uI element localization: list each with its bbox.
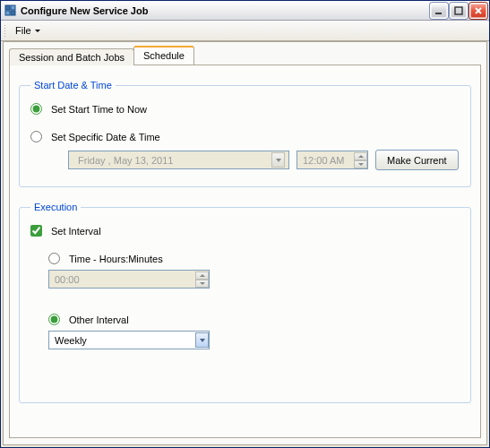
- app-icon: [4, 4, 17, 17]
- row-specific-controls: Friday , May 13, 2011 12:00 AM Make Curr…: [30, 150, 460, 170]
- group-exec-legend: Execution: [30, 202, 81, 212]
- radio-start-now-label: Set Start Time to Now: [51, 104, 147, 115]
- radio-start-specific-label: Set Specific Date & Time: [51, 132, 160, 142]
- date-picker-drop[interactable]: [271, 152, 285, 168]
- tab-schedule-label: Schedule: [143, 50, 185, 61]
- toolbar-grip: [3, 23, 7, 38]
- svg-rect-4: [435, 13, 442, 14]
- window-buttons: [430, 3, 487, 19]
- row-set-interval: Set Interval: [30, 225, 460, 237]
- interval-time-spin[interactable]: [195, 271, 209, 288]
- row-interval-time-input: 00:00: [30, 270, 460, 289]
- svg-rect-2: [5, 11, 10, 15]
- svg-rect-5: [455, 7, 462, 14]
- row-start-specific: Set Specific Date & Time: [30, 131, 460, 142]
- close-button[interactable]: [469, 3, 487, 19]
- interval-other-value: Weekly: [55, 335, 87, 346]
- row-interval-time: Time - Hours:Minutes: [30, 253, 460, 264]
- date-picker[interactable]: Friday , May 13, 2011: [68, 151, 289, 169]
- window-title: Configure New Service Job: [21, 5, 430, 16]
- row-interval-other-combo: Weekly: [30, 331, 460, 349]
- interval-other-drop[interactable]: [195, 332, 209, 348]
- date-picker-value: Friday , May 13, 2011: [73, 155, 271, 166]
- menu-file[interactable]: File: [10, 23, 46, 38]
- radio-interval-other[interactable]: [48, 314, 60, 325]
- svg-rect-3: [11, 11, 15, 15]
- titlebar: Configure New Service Job: [1, 1, 489, 21]
- svg-rect-1: [11, 5, 15, 10]
- tabstrip: Session and Batch Jobs Schedule: [9, 46, 481, 65]
- radio-interval-time-label: Time - Hours:Minutes: [69, 254, 163, 264]
- make-current-button[interactable]: Make Current: [375, 150, 459, 170]
- group-execution: Execution Set Interval Time - Hours:Minu…: [19, 202, 471, 403]
- row-start-now: Set Start Time to Now: [30, 103, 460, 115]
- checkbox-set-interval[interactable]: [30, 225, 42, 237]
- radio-start-now[interactable]: [30, 103, 42, 115]
- group-start-date-time: Start Date & Time Set Start Time to Now …: [19, 80, 471, 187]
- client-area: Session and Batch Jobs Schedule Start Da…: [3, 41, 487, 445]
- radio-interval-time[interactable]: [48, 253, 60, 264]
- tab-panel-schedule: Start Date & Time Set Start Time to Now …: [9, 65, 481, 438]
- svg-rect-0: [5, 5, 10, 10]
- radio-start-specific[interactable]: [30, 131, 42, 142]
- chevron-down-icon: [35, 30, 40, 32]
- time-picker[interactable]: 12:00 AM: [297, 151, 368, 169]
- maximize-button[interactable]: [450, 3, 468, 19]
- make-current-label: Make Current: [387, 155, 447, 166]
- tab-session-label: Session and Batch Jobs: [19, 52, 125, 63]
- tab-session-batch[interactable]: Session and Batch Jobs: [9, 48, 134, 65]
- time-picker-value: 12:00 AM: [303, 155, 344, 166]
- interval-time-value: 00:00: [55, 274, 80, 285]
- row-interval-other: Other Interval: [30, 314, 460, 325]
- window-frame: Configure New Service Job File Session a…: [0, 0, 490, 448]
- time-spin-buttons[interactable]: [354, 152, 367, 168]
- menubar: File: [1, 21, 489, 41]
- menu-file-label: File: [15, 25, 31, 36]
- minimize-button[interactable]: [430, 3, 448, 19]
- group-start-legend: Start Date & Time: [30, 80, 116, 90]
- interval-time-field[interactable]: 00:00: [48, 270, 210, 289]
- tab-schedule[interactable]: Schedule: [133, 46, 194, 65]
- checkbox-set-interval-label: Set Interval: [51, 226, 101, 237]
- interval-other-combo[interactable]: Weekly: [48, 331, 210, 349]
- radio-interval-other-label: Other Interval: [69, 314, 129, 325]
